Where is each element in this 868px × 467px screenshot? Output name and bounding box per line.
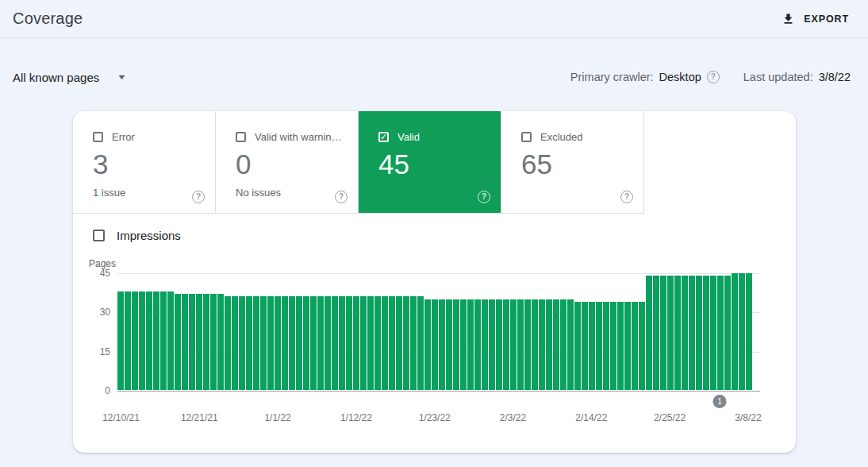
bar[interactable] [403,296,409,390]
bar[interactable] [225,296,231,390]
bar[interactable] [289,296,295,390]
bar[interactable] [253,296,259,390]
bar[interactable] [689,276,695,390]
checkbox-impressions[interactable] [93,230,105,241]
bar[interactable] [624,302,631,390]
bar[interactable] [574,302,581,390]
bar[interactable] [603,302,609,390]
bar[interactable] [317,296,324,390]
bar[interactable] [374,296,381,390]
impressions-toggle[interactable]: Impressions [93,229,796,242]
bar[interactable] [353,296,359,390]
bar[interactable] [153,291,159,390]
bar[interactable] [553,299,559,390]
bar[interactable] [496,299,502,390]
bar[interactable] [360,296,367,390]
bar[interactable] [682,276,688,390]
bar[interactable] [396,296,402,390]
checkbox-valid-with-warnings[interactable] [236,132,246,142]
bar[interactable] [389,296,395,390]
bar[interactable] [125,291,131,390]
timeline-marker[interactable]: 1 [713,395,727,408]
bar[interactable] [203,294,209,390]
bar[interactable] [539,299,545,390]
bar[interactable] [517,299,524,390]
bar[interactable] [325,296,331,390]
bar[interactable] [632,302,638,390]
bar[interactable] [167,291,174,390]
bar[interactable] [667,276,674,390]
bar[interactable] [660,276,666,390]
tile-valid[interactable]: ✓ Valid 45 ? [359,111,501,213]
bar[interactable] [382,296,388,390]
bar[interactable] [467,299,474,390]
bar[interactable] [410,296,417,390]
bar[interactable] [160,291,167,390]
bar[interactable] [617,302,624,390]
bar[interactable] [217,294,224,390]
bar[interactable] [532,299,538,390]
bar[interactable] [346,296,352,390]
help-icon[interactable]: ? [192,191,205,203]
bar[interactable] [310,296,317,390]
bar[interactable] [439,299,445,390]
bar[interactable] [639,302,645,390]
bar[interactable] [746,273,752,390]
bar[interactable] [482,299,488,390]
bar[interactable] [296,296,302,390]
bar[interactable] [146,291,152,390]
bar[interactable] [546,299,552,390]
bar[interactable] [432,299,438,390]
bar[interactable] [417,296,424,390]
bar[interactable] [560,299,567,390]
bar[interactable] [653,276,659,390]
bar[interactable] [524,299,531,390]
bar[interactable] [332,296,338,390]
bar[interactable] [303,296,309,390]
checkbox-excluded[interactable] [521,132,532,142]
bar[interactable] [703,276,709,390]
tile-valid-with-warnings[interactable]: Valid with warnin… 0 No issues ? [216,111,359,213]
bar[interactable] [446,299,452,390]
bar[interactable] [239,296,245,390]
bar[interactable] [196,294,202,390]
bar[interactable] [175,294,181,390]
page-filter-dropdown[interactable]: All known pages ▼ [11,68,127,87]
export-button[interactable]: EXPORT [778,7,852,30]
bar[interactable] [453,299,459,390]
bar[interactable] [610,302,616,390]
bar[interactable] [424,299,431,390]
bar[interactable] [210,294,217,390]
bar[interactable] [489,299,495,390]
bar[interactable] [189,294,195,390]
bar[interactable] [510,299,517,390]
bar[interactable] [503,299,509,390]
bar[interactable] [132,291,138,390]
tile-excluded[interactable]: Excluded 65 ? [501,111,644,213]
bar[interactable] [710,276,716,390]
bar[interactable] [246,296,252,390]
checkbox-error[interactable] [93,132,103,142]
bar[interactable] [282,296,288,390]
bar[interactable] [339,296,345,390]
bar[interactable] [582,302,588,390]
help-icon[interactable]: ? [707,71,720,83]
help-icon[interactable]: ? [620,191,633,203]
bar[interactable] [589,302,595,390]
help-icon[interactable]: ? [478,191,490,203]
bar[interactable] [732,273,738,390]
tile-error[interactable]: Error 3 1 issue ? [73,111,216,213]
checkbox-valid-checked[interactable]: ✓ [378,132,389,142]
bar[interactable] [696,276,702,390]
bar[interactable] [724,276,731,390]
bar[interactable] [474,299,481,390]
bar[interactable] [117,291,124,390]
bar[interactable] [460,299,467,390]
bar[interactable] [674,276,681,390]
bar[interactable] [182,294,188,390]
bar[interactable] [739,273,745,390]
bar[interactable] [260,296,267,390]
bar[interactable] [232,296,238,390]
bar[interactable] [646,276,652,390]
bar[interactable] [596,302,602,390]
